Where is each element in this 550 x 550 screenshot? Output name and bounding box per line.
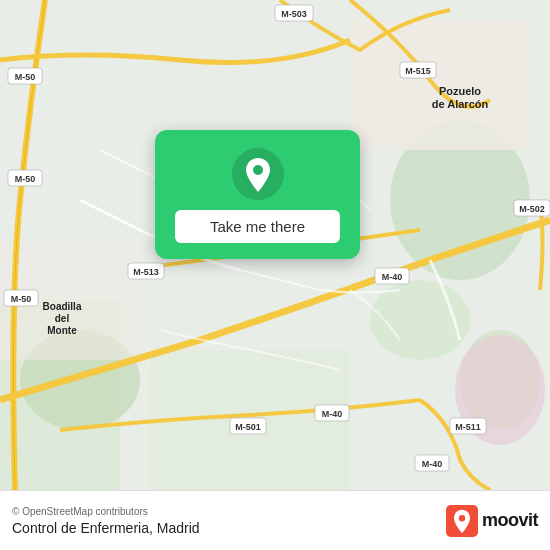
svg-text:de Alarcón: de Alarcón [432, 98, 489, 110]
svg-text:M-40: M-40 [422, 459, 443, 469]
svg-text:M-502: M-502 [519, 204, 545, 214]
svg-text:M-503: M-503 [281, 9, 307, 19]
svg-text:Monte: Monte [47, 325, 77, 336]
svg-text:M-50: M-50 [11, 294, 32, 304]
bottom-info: © OpenStreetMap contributors Control de … [12, 506, 200, 536]
svg-text:M-501: M-501 [235, 422, 261, 432]
svg-point-40 [253, 165, 263, 175]
moovit-text: moovit [482, 510, 538, 531]
svg-text:Boadilla: Boadilla [43, 301, 82, 312]
svg-text:M-40: M-40 [382, 272, 403, 282]
svg-text:Pozuelo: Pozuelo [439, 85, 481, 97]
location-pin-icon [232, 148, 284, 200]
svg-text:M-513: M-513 [133, 267, 159, 277]
svg-text:M-50: M-50 [15, 174, 36, 184]
svg-text:M-515: M-515 [405, 66, 431, 76]
action-card: Take me there [155, 130, 360, 259]
moovit-logo: moovit [446, 505, 538, 537]
moovit-icon [446, 505, 478, 537]
osm-credit: © OpenStreetMap contributors [12, 506, 200, 517]
bottom-bar: © OpenStreetMap contributors Control de … [0, 490, 550, 550]
svg-text:del: del [55, 313, 70, 324]
location-name: Control de Enfermeria, Madrid [12, 520, 200, 536]
svg-point-42 [459, 515, 465, 521]
svg-text:M-511: M-511 [455, 422, 481, 432]
svg-text:M-50: M-50 [15, 72, 36, 82]
map-container: M-50 M-50 M-50 M-503 M-515 M-40 M-40 M-4… [0, 0, 550, 490]
svg-text:M-40: M-40 [322, 409, 343, 419]
take-me-there-button[interactable]: Take me there [175, 210, 340, 243]
